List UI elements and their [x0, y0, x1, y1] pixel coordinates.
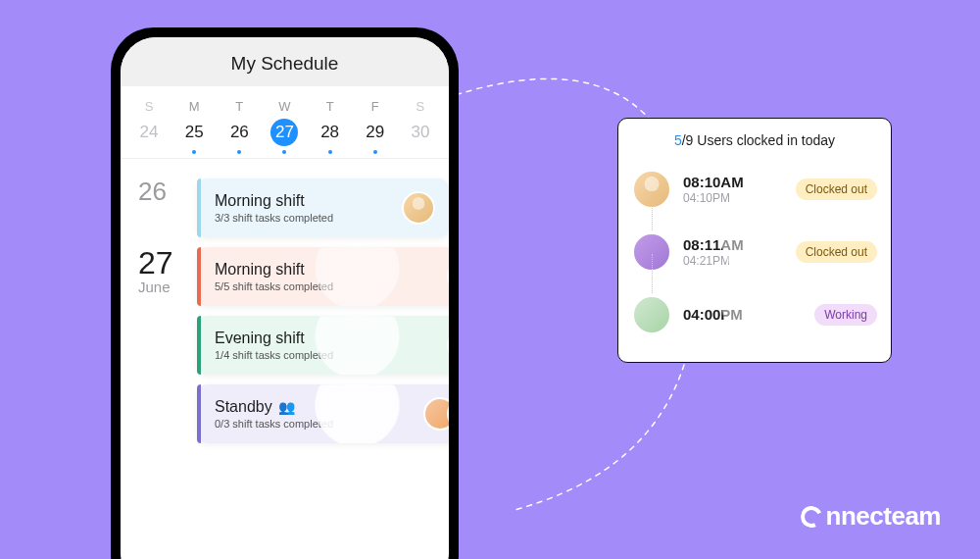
clocked-in-row[interactable]: 08:11AM04:21PMClocked out	[632, 221, 877, 283]
page-title: My Schedule	[121, 37, 449, 86]
calendar-strip: S24M25T26W27T28F29S30	[121, 86, 449, 159]
day-section: 27JuneMorning shift 5/5 shift tasks comp…	[121, 247, 449, 443]
brand-logo: nnecteam	[801, 501, 941, 532]
shift-card[interactable]: Evening shift 1/4 shift tasks completed	[197, 316, 449, 375]
panel-count: 5	[674, 132, 682, 148]
panel-title-text: Users clocked in today	[693, 132, 835, 148]
day-of-week: T	[312, 100, 349, 113]
calendar-day[interactable]: T28	[312, 100, 349, 146]
event-dot-icon	[282, 150, 286, 154]
calendar-day[interactable]: T26	[220, 100, 258, 146]
day-number: 25	[180, 119, 208, 146]
day-of-week: T	[220, 100, 258, 113]
calendar-day[interactable]: S24	[130, 100, 168, 146]
event-dot-icon	[328, 150, 332, 154]
day-of-week: M	[175, 100, 213, 113]
section-day-number: 26	[138, 178, 197, 204]
avatar	[632, 295, 671, 334]
day-of-week: S	[402, 100, 439, 113]
clocked-in-panel: 5/9 Users clocked in today 08:10AM04:10P…	[617, 118, 892, 363]
day-number: 27	[270, 119, 298, 146]
clocked-in-row[interactable]: 08:10AM04:10PMClocked out	[632, 158, 877, 221]
avatar-group	[423, 397, 449, 431]
calendar-day[interactable]: M25	[175, 100, 213, 146]
shift-info: Morning shift 3/3 shift tasks completed	[209, 192, 402, 224]
clock-times: 08:10AM04:10PM	[683, 174, 784, 205]
shift-stack: Morning shift 5/5 shift tasks completedE…	[197, 247, 449, 443]
shift-stack: Morning shift 3/3 shift tasks completed	[197, 178, 449, 237]
avatar-group	[447, 260, 449, 293]
day-of-week: F	[357, 100, 394, 113]
shift-title: Morning shift	[215, 192, 402, 210]
section-day-month: June	[138, 279, 197, 295]
panel-title: 5/9 Users clocked in today	[632, 128, 877, 158]
day-number: 29	[362, 119, 389, 146]
day-number: 28	[317, 119, 344, 146]
event-dot-icon	[373, 150, 377, 154]
day-number: 26	[225, 119, 253, 146]
day-section: 26Morning shift 3/3 shift tasks complete…	[121, 178, 449, 237]
avatar-group	[447, 329, 449, 362]
calendar-day[interactable]: W27	[266, 100, 303, 146]
calendar-day[interactable]: F29	[357, 100, 394, 146]
day-header: 26	[138, 178, 197, 204]
phone-screen: My Schedule S24M25T26W27T28F29S30 26Morn…	[121, 37, 449, 559]
event-dot-icon	[237, 150, 241, 154]
day-of-week: W	[266, 100, 303, 113]
day-number: 24	[135, 119, 163, 146]
logo-text: nnecteam	[826, 501, 941, 532]
shift-card[interactable]: Morning shift 5/5 shift tasks completed	[197, 247, 449, 306]
schedule-list: 26Morning shift 3/3 shift tasks complete…	[121, 159, 449, 559]
panel-total: /9	[682, 132, 694, 148]
shift-subtitle: 3/3 shift tasks completed	[215, 212, 402, 224]
phone-frame: My Schedule S24M25T26W27T28F29S30 26Morn…	[111, 27, 459, 559]
event-dot-icon	[192, 150, 196, 154]
shift-card[interactable]: Morning shift 3/3 shift tasks completed	[197, 178, 449, 237]
status-badge: Clocked out	[796, 178, 877, 200]
logo-icon	[798, 502, 825, 530]
clock-out-time: 04:10PM	[683, 191, 784, 205]
avatar	[447, 260, 449, 293]
shift-card[interactable]: Standby 👥0/3 shift tasks completed	[197, 384, 449, 443]
avatar	[402, 191, 435, 225]
shift-color-bar	[197, 178, 201, 237]
day-number: 30	[407, 119, 434, 146]
section-day-number: 27	[138, 247, 197, 279]
clocked-in-row[interactable]: 04:00PMWorking	[632, 283, 877, 346]
day-of-week: S	[130, 100, 168, 113]
avatar-group	[402, 191, 435, 225]
calendar-day[interactable]: S30	[402, 100, 439, 146]
clock-in-time: 08:10AM	[683, 174, 784, 191]
day-header: 27June	[138, 247, 197, 295]
